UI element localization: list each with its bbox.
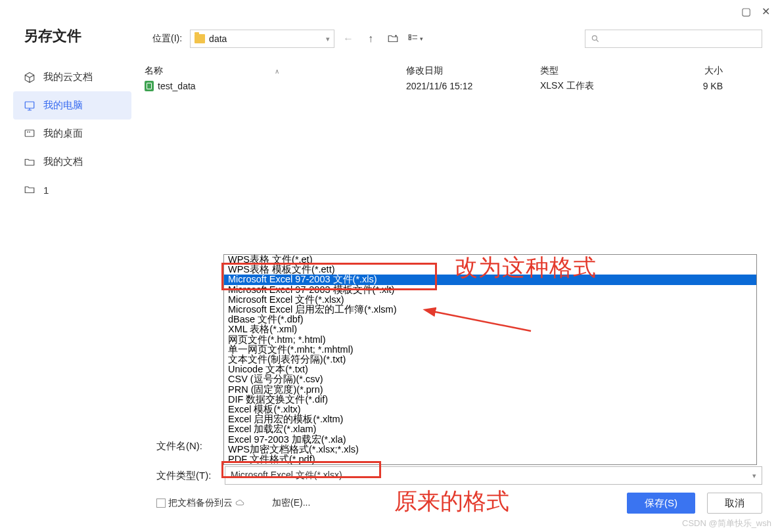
maximize-icon[interactable]: ▢ <box>741 5 751 18</box>
sidebar-item-documents[interactable]: 我的文档 <box>13 148 131 176</box>
sidebar-item-1[interactable]: 1 <box>13 176 131 204</box>
dropdown-option[interactable]: 文本文件(制表符分隔)(*.txt) <box>224 355 756 365</box>
dropdown-option[interactable]: XML 表格(*.xml) <box>224 324 756 334</box>
watermark: CSDN @简单快乐_wsh <box>682 518 771 529</box>
cube-icon <box>24 72 35 83</box>
column-type[interactable]: 类型 <box>538 63 654 79</box>
annotation-text-2: 原来的格式 <box>394 486 509 517</box>
dropdown-option[interactable]: Unicode 文本(*.txt) <box>224 365 756 374</box>
backup-label: 把文档备份到云 <box>168 497 233 509</box>
sidebar-item-label: 1 <box>43 185 49 196</box>
path-text: data <box>209 33 322 44</box>
chevron-down-icon: ▾ <box>326 35 330 43</box>
annotation-box-2 <box>221 461 381 478</box>
dialog-title: 另存文件 <box>24 26 81 46</box>
sort-icon: ∧ <box>275 68 279 75</box>
svg-point-2 <box>28 131 28 132</box>
cloud-icon <box>235 499 244 508</box>
svg-rect-0 <box>25 102 34 108</box>
xlsx-icon <box>145 81 154 91</box>
new-folder-button[interactable] <box>384 30 401 47</box>
dropdown-option[interactable]: Excel 加载宏(*.xlam) <box>224 424 756 434</box>
back-button[interactable]: ← <box>340 30 357 47</box>
dropdown-option[interactable]: PRN (固定宽度)(*.prn) <box>224 385 756 395</box>
file-size: 9 KB <box>654 81 762 91</box>
dropdown-option[interactable]: Microsoft Excel 启用宏的工作簿(*.xlsm) <box>224 305 756 315</box>
sidebar-item-desktop[interactable]: 我的桌面 <box>13 120 131 148</box>
file-name: test_data <box>158 81 196 91</box>
file-date: 2021/11/6 15:12 <box>403 81 538 91</box>
svg-rect-5 <box>409 38 411 40</box>
close-icon[interactable]: ✕ <box>762 5 770 18</box>
column-size[interactable]: 大小 <box>654 63 762 79</box>
dropdown-option[interactable]: 单一网页文件(*.mht; *.mhtml) <box>224 345 756 355</box>
desktop-icon <box>24 128 35 140</box>
file-row[interactable]: test_data 2021/11/6 15:12 XLSX 工作表 9 KB <box>142 79 762 93</box>
annotation-box-1 <box>221 263 437 290</box>
search-icon <box>591 34 600 43</box>
sidebar-item-cloud[interactable]: 我的云文档 <box>13 63 131 91</box>
svg-point-6 <box>592 35 597 40</box>
svg-point-3 <box>30 131 30 132</box>
encrypt-button[interactable]: 加密(E)... <box>272 497 310 509</box>
search-input[interactable] <box>585 30 762 48</box>
folder-icon <box>194 34 205 43</box>
monitor-icon <box>24 100 35 112</box>
chevron-down-icon: ▾ <box>752 472 756 480</box>
column-headers: 名称∧ 修改日期 类型 大小 <box>142 63 762 79</box>
path-select[interactable]: data ▾ <box>190 30 334 48</box>
cancel-button[interactable]: 取消 <box>707 493 762 514</box>
column-date[interactable]: 修改日期 <box>403 63 538 79</box>
dropdown-option[interactable]: CSV (逗号分隔)(*.csv) <box>224 374 756 384</box>
sidebar-item-label: 我的文档 <box>43 156 83 168</box>
toolbar: 位置(I): data ▾ ← ↑ ▾ <box>152 29 762 49</box>
sidebar: 我的云文档 我的电脑 我的桌面 我的文档 1 <box>13 63 131 204</box>
view-button[interactable]: ▾ <box>407 30 424 47</box>
dropdown-option[interactable]: DIF 数据交换文件(*.dif) <box>224 395 756 405</box>
dropdown-option[interactable]: 网页文件(*.htm; *.html) <box>224 335 756 345</box>
filetype-label: 文件类型(T): <box>156 470 221 482</box>
annotation-text-1: 改为这种格式 <box>455 252 597 283</box>
file-type: XLSX 工作表 <box>538 80 654 92</box>
backup-checkbox[interactable] <box>156 499 166 508</box>
column-name[interactable]: 名称∧ <box>142 63 403 79</box>
dropdown-option[interactable]: Excel 启用宏的模板(*.xltm) <box>224 414 756 424</box>
sidebar-item-label: 我的桌面 <box>43 127 83 140</box>
dropdown-option[interactable]: Excel 模板(*.xltx) <box>224 405 756 414</box>
folder-icon <box>24 156 35 168</box>
folder-icon <box>24 184 35 196</box>
up-button[interactable]: ↑ <box>362 30 379 47</box>
dropdown-option[interactable]: dBase 文件(*.dbf) <box>224 315 756 324</box>
location-label: 位置(I): <box>152 33 182 45</box>
sidebar-item-label: 我的云文档 <box>43 71 93 83</box>
filename-label: 文件名(N): <box>156 440 221 453</box>
save-button[interactable]: 保存(S) <box>627 493 695 514</box>
sidebar-item-computer[interactable]: 我的电脑 <box>13 91 131 120</box>
dropdown-option[interactable]: Microsoft Excel 文件(*.xlsx) <box>224 295 756 305</box>
svg-rect-4 <box>409 35 411 37</box>
sidebar-item-label: 我的电脑 <box>43 99 83 112</box>
svg-rect-1 <box>25 130 34 137</box>
